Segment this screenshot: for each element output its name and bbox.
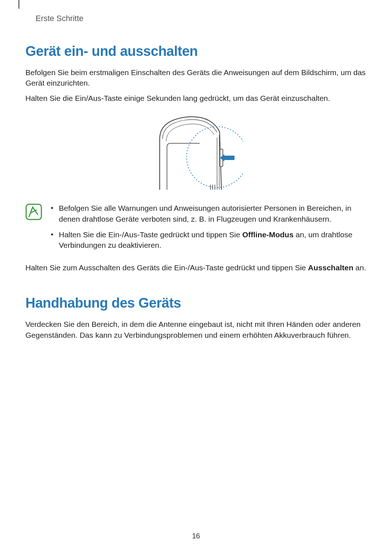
text-fragment: an. xyxy=(353,263,366,272)
note-item-offline-mode: Halten Sie die Ein-/Aus-Taste gedrückt u… xyxy=(49,229,367,251)
note-list: Befolgen Sie alle Warnungen und Anweisun… xyxy=(49,203,367,256)
heading-handling: Handhabung des Geräts xyxy=(25,295,367,311)
text-fragment: Halten Sie die Ein-/Aus-Taste gedrückt u… xyxy=(59,230,242,239)
note-item-warnings: Befolgen Sie alle Warnungen und Anweisun… xyxy=(49,203,367,224)
note-block: Befolgen Sie alle Warnungen und Anweisun… xyxy=(25,203,367,256)
section-header: Erste Schritte xyxy=(36,14,367,23)
paragraph-power-on: Halten Sie die Ein/Aus-Taste einige Seku… xyxy=(25,93,367,103)
text-fragment: Halten Sie zum Ausschalten des Geräts di… xyxy=(25,263,308,272)
page-number: 16 xyxy=(0,532,392,540)
paragraph-setup-instructions: Befolgen Sie beim erstmaligen Einschalte… xyxy=(25,67,367,89)
paragraph-antenna: Verdecken Sie den Bereich, in dem die An… xyxy=(25,319,367,340)
page-tab-marker xyxy=(18,0,20,9)
note-icon xyxy=(25,204,42,222)
page-content: Erste Schritte Gerät ein- und ausschalte… xyxy=(0,0,392,340)
heading-power-on-off: Gerät ein- und ausschalten xyxy=(25,44,367,59)
device-power-illustration xyxy=(149,114,243,193)
svg-point-5 xyxy=(187,127,243,188)
section-handling: Handhabung des Geräts Verdecken Sie den … xyxy=(25,295,367,340)
text-bold-ausschalten: Ausschalten xyxy=(308,263,354,272)
svg-rect-8 xyxy=(224,156,234,160)
figure-power-button xyxy=(25,114,367,193)
paragraph-power-off: Halten Sie zum Ausschalten des Geräts di… xyxy=(25,262,367,273)
text-bold-offline: Offline-Modus xyxy=(242,230,293,239)
